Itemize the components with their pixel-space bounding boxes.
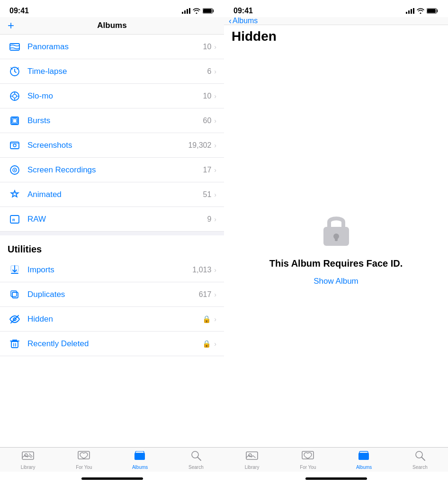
foryou-tab-label: For You <box>76 465 92 470</box>
right-tab-albums[interactable]: Albums <box>336 450 392 470</box>
right-albums-icon <box>358 450 370 464</box>
bursts-label: Bursts <box>27 116 203 126</box>
raw-label: RAW <box>27 215 207 224</box>
list-item-slomo[interactable]: Slo-mo 10 › <box>0 84 224 108</box>
right-search-tab-label: Search <box>412 465 428 470</box>
signal-icon-right <box>406 8 414 14</box>
svg-rect-0 <box>182 12 183 14</box>
left-nav-bar: + Albums <box>0 17 224 35</box>
tab-foryou[interactable]: For You <box>56 450 112 470</box>
list-item-imports[interactable]: Imports 1,013 › <box>0 258 224 282</box>
right-tab-search[interactable]: Search <box>392 450 448 470</box>
right-status-bar: 09:41 <box>224 0 448 17</box>
right-home-indicator <box>224 472 448 485</box>
hidden-screen-content: This Album Requires Face ID. Show Album <box>224 47 448 447</box>
svg-rect-6 <box>10 44 19 50</box>
left-time: 09:41 <box>9 7 29 15</box>
svg-rect-5 <box>203 9 212 13</box>
svg-rect-41 <box>408 10 410 14</box>
hidden-icon <box>8 314 22 325</box>
svg-point-9 <box>13 94 17 98</box>
svg-rect-45 <box>427 9 436 13</box>
list-item-recentlydeleted[interactable]: Recently Deleted 🔒 › <box>0 332 224 356</box>
svg-rect-52 <box>358 453 369 460</box>
add-button[interactable]: + <box>8 19 14 32</box>
tab-library[interactable]: Library <box>0 450 56 470</box>
wifi-icon-right <box>417 8 424 14</box>
tab-albums[interactable]: Albums <box>112 450 168 470</box>
library-tab-label: Library <box>21 465 36 470</box>
raw-icon: R <box>8 214 22 225</box>
search-tab-label: Search <box>188 465 204 470</box>
svg-rect-3 <box>189 8 190 14</box>
left-home-indicator <box>0 472 224 485</box>
imports-icon <box>8 264 22 276</box>
right-foryou-icon <box>302 450 314 464</box>
list-item-screenshots[interactable]: Screenshots 19,302 › <box>0 133 224 158</box>
left-panel: 09:41 + Albums <box>0 0 224 485</box>
right-tab-foryou[interactable]: For You <box>280 450 336 470</box>
bursts-count: 60 <box>203 117 212 125</box>
right-library-tab-label: Library <box>245 465 260 470</box>
slomo-count: 10 <box>203 92 212 100</box>
signal-icon <box>182 8 190 14</box>
list-item-bursts[interactable]: Bursts 60 › <box>0 108 224 133</box>
screenshots-icon <box>8 140 22 151</box>
svg-rect-2 <box>187 9 188 14</box>
animated-chevron: › <box>214 191 216 198</box>
battery-icon <box>203 8 215 14</box>
screenrecordings-chevron: › <box>214 166 216 174</box>
screenshots-count: 19,302 <box>188 141 211 150</box>
svg-line-39 <box>197 457 201 460</box>
albums-scroll[interactable]: Panoramas 10 › Time-lapse 6 › <box>0 35 224 447</box>
right-home-bar <box>305 477 367 480</box>
panoramas-chevron: › <box>214 43 216 51</box>
recentlydeleted-icon <box>8 338 22 350</box>
albums-title: Albums <box>97 21 126 30</box>
svg-point-21 <box>14 169 16 171</box>
list-item-screenrecordings[interactable]: Screen Recordings 17 › <box>0 158 224 182</box>
hidden-lock-icon: 🔒 <box>202 315 211 323</box>
svg-rect-27 <box>12 292 18 298</box>
hidden-page-title: Hidden <box>224 25 448 47</box>
list-item-raw[interactable]: R RAW 9 › <box>0 207 224 232</box>
utilities-header: Utilities <box>0 235 224 258</box>
imports-label: Imports <box>27 265 192 275</box>
left-status-bar: 09:41 <box>0 0 224 17</box>
svg-rect-49 <box>246 452 258 459</box>
back-chevron-icon: ‹ <box>229 16 232 26</box>
wifi-icon <box>193 8 200 14</box>
svg-rect-37 <box>134 453 145 460</box>
raw-chevron: › <box>214 216 216 223</box>
svg-rect-34 <box>22 452 34 459</box>
right-search-icon <box>415 450 425 464</box>
right-library-icon <box>246 450 258 464</box>
tab-search[interactable]: Search <box>168 450 224 470</box>
svg-rect-16 <box>13 119 17 123</box>
list-item-panoramas[interactable]: Panoramas 10 › <box>0 35 224 59</box>
screenrecordings-icon <box>8 164 22 176</box>
timelapse-chevron: › <box>214 68 216 75</box>
left-tab-bar: Library For You Albums <box>0 447 224 472</box>
back-button[interactable]: ‹ Albums <box>229 16 258 26</box>
show-album-button[interactable]: Show Album <box>314 277 358 286</box>
list-item-timelapse[interactable]: Time-lapse 6 › <box>0 59 224 84</box>
animated-label: Animated <box>27 190 203 199</box>
list-item-duplicates[interactable]: Duplicates 617 › <box>0 282 224 307</box>
svg-rect-48 <box>335 237 338 241</box>
animated-count: 51 <box>203 190 212 199</box>
right-status-icons <box>406 8 439 14</box>
imports-chevron: › <box>214 266 216 274</box>
duplicates-chevron: › <box>214 291 216 298</box>
albums-tab-label: Albums <box>132 465 148 470</box>
list-item-hidden[interactable]: Hidden 🔒 › <box>0 307 224 332</box>
timelapse-count: 6 <box>207 67 211 76</box>
svg-rect-42 <box>411 9 412 14</box>
list-item-animated[interactable]: Animated 51 › <box>0 182 224 207</box>
right-tab-library[interactable]: Library <box>224 450 280 470</box>
svg-rect-28 <box>11 291 17 296</box>
right-nav-bar: ‹ Albums <box>224 17 448 25</box>
right-tab-bar: Library For You Albums <box>224 447 448 472</box>
timelapse-icon <box>8 66 22 77</box>
timelapse-label: Time-lapse <box>27 67 207 76</box>
